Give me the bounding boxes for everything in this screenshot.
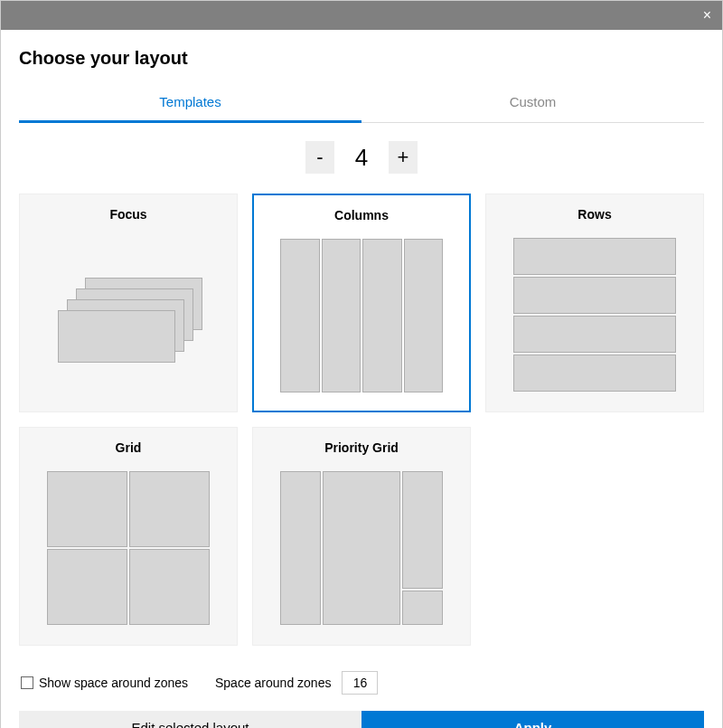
layout-label: Focus [109,207,146,222]
layout-label: Priority Grid [324,440,399,455]
layout-columns[interactable]: Columns [252,194,471,412]
edit-layout-button[interactable]: Edit selected layout [19,711,362,728]
rows-preview [513,238,676,392]
options-row: Show space around zones Space around zon… [19,671,704,695]
zone-count-value: 4 [351,144,372,172]
tab-templates[interactable]: Templates [19,85,362,123]
priority-grid-preview [280,471,443,625]
space-label: Space around zones [215,676,331,690]
focus-preview [47,238,210,392]
layout-label: Grid [116,440,142,455]
close-icon[interactable]: × [703,7,711,24]
layout-grid-card[interactable]: Grid [19,427,238,646]
apply-button[interactable]: Apply [362,711,704,728]
tab-custom[interactable]: Custom [362,85,704,122]
decrement-button[interactable]: - [305,141,334,174]
checkbox-icon [21,676,33,689]
layout-label: Columns [334,208,389,222]
action-buttons: Edit selected layout Apply [19,711,704,728]
layout-priority-grid[interactable]: Priority Grid [252,427,471,646]
layout-rows[interactable]: Rows [485,194,704,412]
space-around-setting: Space around zones [215,671,378,695]
show-space-checkbox[interactable]: Show space around zones [21,676,188,690]
page-title: Choose your layout [19,48,704,69]
grid-preview [47,471,210,625]
layout-focus[interactable]: Focus [19,194,238,412]
layout-dialog: × Choose your layout Templates Custom - … [0,0,723,728]
increment-button[interactable]: + [389,141,418,174]
layout-label: Rows [577,207,611,222]
layout-grid: Focus Columns Rows [19,194,704,646]
titlebar: × [1,1,722,30]
columns-preview [280,239,443,392]
zone-counter: - 4 + [19,141,704,174]
space-value-input[interactable] [342,671,378,695]
show-space-label: Show space around zones [39,676,188,690]
tab-strip: Templates Custom [19,85,704,123]
